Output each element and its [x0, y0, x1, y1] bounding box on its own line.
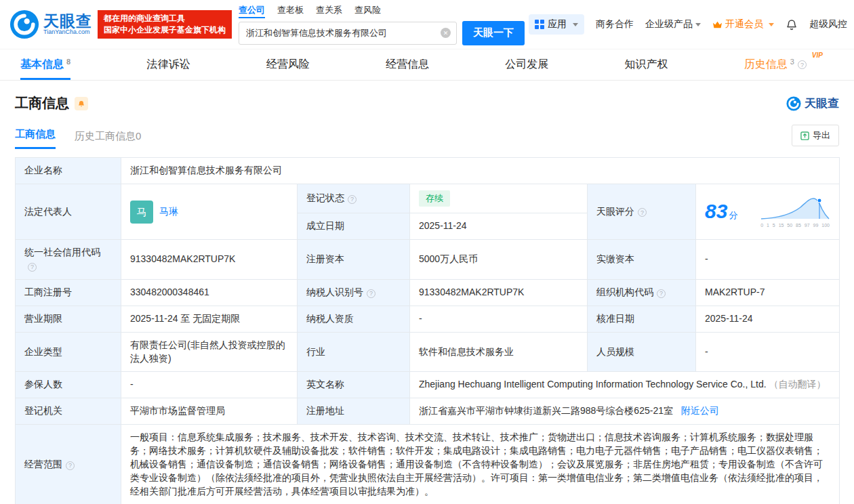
apps-menu[interactable]: 应用 — [529, 14, 584, 35]
table-row: 参保人数 - 英文名称 Zhejiang Hechuang Intelligen… — [16, 372, 840, 398]
table-row: 经营范围? 一般项目：信息系统集成服务；技术服务、技术开发、技术咨询、技术交流、… — [16, 425, 840, 504]
field-value-credit-code: 91330482MAK2RTUP7K — [121, 240, 298, 280]
tab-label: 基本信息 — [20, 58, 64, 72]
field-label-reg-capital: 注册资本 — [298, 240, 410, 280]
apps-menu-label: 应用 — [548, 18, 567, 30]
tab-label: 知识产权 — [625, 58, 668, 72]
slogan-badge: 都在用的商业查询工具 国家中小企业发展子基金旗下机构 — [98, 10, 232, 39]
nav-business-cooperation[interactable]: 商务合作 — [596, 18, 634, 30]
legal-rep-name-link[interactable]: 马琳 — [159, 205, 178, 219]
search-tab-company[interactable]: 查公司 — [239, 4, 265, 18]
legal-rep-avatar[interactable]: 马 — [130, 201, 153, 224]
field-value-score: 83分 0 1 5 15 50 85 97 99 100 — [696, 184, 840, 239]
help-icon[interactable]: ? — [798, 60, 807, 69]
export-icon — [800, 131, 809, 140]
tab-legal-proceedings[interactable]: 法律诉讼 — [146, 49, 190, 80]
field-value-business-term: 2025-11-24 至 无固定期限 — [121, 306, 298, 332]
field-label-text: 登记状态 — [306, 192, 344, 203]
field-label-text: 经营范围 — [24, 459, 62, 469]
field-label-company-type: 企业类型 — [16, 332, 121, 372]
tianyancha-logo[interactable]: 天眼查 TianYanCha.com — [9, 9, 92, 39]
help-icon[interactable]: ? — [638, 208, 647, 217]
tab-operating-risk[interactable]: 经营风险 — [266, 49, 310, 80]
field-label-industry: 行业 — [298, 332, 410, 372]
field-label-business-scope: 经营范围? — [16, 425, 121, 504]
field-label-approval-date: 核准日期 — [588, 306, 696, 332]
field-label-reg-address: 注册地址 — [298, 398, 410, 425]
grid-icon — [535, 20, 544, 29]
tab-operating-info[interactable]: 经营信息 — [386, 49, 429, 80]
field-value-established: 2025-11-24 — [410, 213, 588, 240]
field-label-text: 纳税人识别号 — [306, 287, 363, 297]
field-label-score: 天眼评分? — [588, 184, 696, 239]
help-icon[interactable]: ? — [348, 195, 357, 204]
table-row: 登记机关 平湖市市场监督管理局 注册地址 浙江省嘉兴市平湖市钟埭街道新兴二路98… — [16, 398, 840, 425]
top-header: 天眼查 TianYanCha.com 都在用的商业查询工具 国家中小企业发展子基… — [0, 0, 854, 49]
alert-bell-icon[interactable] — [75, 97, 88, 110]
nav-enterprise-products[interactable]: 企业级产品 — [645, 18, 701, 30]
search-row: ✕ 天眼一下 — [239, 21, 525, 45]
field-value-staff-size: - — [696, 332, 840, 372]
table-row: 企业名称 浙江和创智算信息技术服务有限公司 — [16, 158, 840, 184]
field-label-english-name: 英文名称 — [298, 372, 410, 398]
field-value-taxpayer-id: 91330482MAK2RTUP7K — [410, 279, 588, 306]
export-button[interactable]: 导出 — [792, 125, 839, 146]
field-label-reg-status: 登记状态? — [298, 184, 410, 213]
subtab-business-info[interactable]: 工商信息 — [15, 128, 56, 149]
field-label-staff-size: 人员规模 — [588, 332, 696, 372]
crown-icon — [712, 20, 723, 29]
tianyancha-watermark: 天眼查 — [786, 96, 839, 111]
search-tab-risk[interactable]: 查风险 — [354, 4, 381, 18]
field-value-company-type: 有限责任公司(非自然人投资或控股的法人独资) — [121, 332, 298, 372]
field-value-reg-address: 浙江省嘉兴市平湖市钟埭街道新兴二路988号综合楼625-21室 附近公司 — [410, 398, 840, 425]
chevron-down-icon — [769, 23, 774, 26]
field-value-reg-number: 330482000348461 — [121, 279, 298, 306]
chevron-down-icon — [695, 23, 701, 26]
main-content: 工商信息 天眼查 工商信息 历史工商信息0 — [0, 81, 854, 504]
subtab-history-business-info[interactable]: 历史工商信息0 — [75, 130, 141, 149]
field-label-text: 统一社会信用代码 — [24, 247, 100, 257]
tab-label: 法律诉讼 — [146, 58, 190, 72]
field-label-business-term: 营业期限 — [16, 306, 121, 332]
tab-count: 8 — [66, 58, 70, 66]
tab-label: 历史信息 — [744, 58, 788, 72]
help-icon[interactable]: ? — [367, 289, 375, 298]
field-value-insured-count: - — [121, 372, 298, 398]
nav-open-membership[interactable]: 开通会员 — [712, 18, 774, 30]
clear-search-icon[interactable]: ✕ — [441, 28, 451, 38]
field-label-taxpayer-quality: 纳税人资质 — [298, 306, 410, 332]
help-icon[interactable]: ? — [28, 263, 37, 272]
search-tab-relation[interactable]: 查关系 — [316, 4, 342, 18]
nav-super-risk[interactable]: 超级风控 — [809, 18, 847, 30]
field-value-paid-capital: - — [696, 240, 840, 280]
chevron-down-icon — [573, 23, 578, 26]
tab-intellectual-property[interactable]: 知识产权 — [625, 49, 668, 80]
table-row: 工商注册号 330482000348461 纳税人识别号? 91330482MA… — [16, 279, 840, 306]
field-label-paid-capital: 实缴资本 — [588, 240, 696, 280]
slogan-line2: 国家中小企业发展子基金旗下机构 — [104, 24, 226, 36]
nearby-companies-link[interactable]: 附近公司 — [681, 405, 719, 416]
search-button[interactable]: 天眼一下 — [462, 21, 525, 45]
help-icon[interactable]: ? — [657, 289, 666, 298]
tab-basic-info[interactable]: 基本信息8 — [20, 49, 70, 80]
notification-bell-icon[interactable] — [786, 18, 798, 30]
score-number: 83分 — [705, 197, 737, 226]
field-label-org-code: 组织机构代码? — [588, 279, 696, 306]
field-value-industry: 软件和信息技术服务业 — [410, 332, 588, 372]
field-value-reg-capital: 5000万人民币 — [410, 240, 588, 280]
logo-cn: 天眼查 — [43, 13, 92, 29]
field-label-credit-code: 统一社会信用代码? — [16, 240, 121, 280]
search-input[interactable] — [239, 22, 456, 44]
table-row: 营业期限 2025-11-24 至 无固定期限 纳税人资质 - 核准日期 202… — [16, 306, 840, 332]
help-icon[interactable]: ? — [66, 461, 75, 470]
search-tab-boss[interactable]: 查老板 — [277, 4, 304, 18]
tab-company-development[interactable]: 公司发展 — [505, 49, 548, 80]
tab-history-info[interactable]: VIP 历史信息3 ? — [744, 49, 813, 80]
tab-count: 3 — [790, 58, 794, 66]
tab-label: 公司发展 — [505, 58, 548, 72]
field-value-taxpayer-quality: - — [410, 306, 588, 332]
field-label-company-name: 企业名称 — [16, 158, 121, 184]
field-value-org-code: MAK2RTUP-7 — [696, 279, 840, 306]
field-value-business-scope: 一般项目：信息系统集成服务；技术服务、技术开发、技术咨询、技术交流、技术转让、技… — [121, 425, 840, 504]
score-distribution-chart: 0 1 5 15 50 85 97 99 100 — [760, 194, 830, 229]
